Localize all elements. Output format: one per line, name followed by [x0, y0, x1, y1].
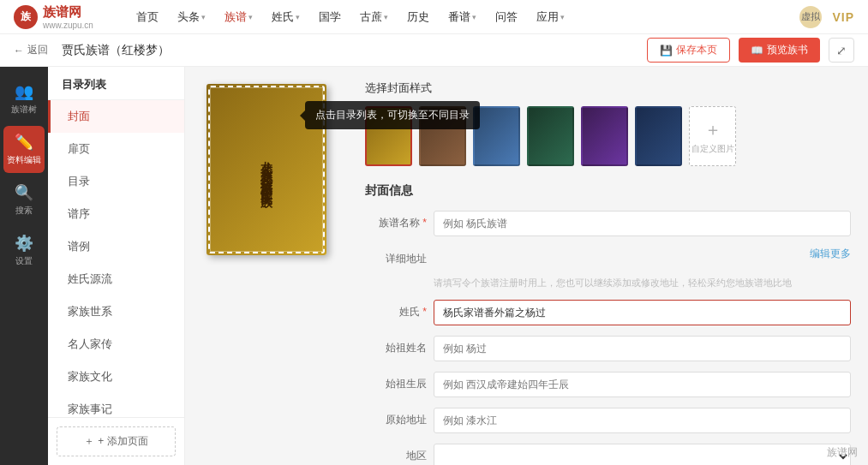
directory-items: 封面 扉页 目录 谱序 谱例 姓氏源流 家族世系 名人家传 家族文化 家族事记 … [48, 100, 184, 417]
label-origin-addr: 原始地址 [365, 408, 427, 427]
input-ancestor-birth[interactable] [434, 372, 851, 397]
cover-style-6[interactable] [635, 106, 682, 166]
page-title: 贾氏族谱（红楼梦） [62, 43, 633, 58]
input-ancestor-name[interactable] [434, 336, 851, 361]
sidebar-label-search: 搜索 [15, 205, 33, 217]
nav-genealogy[interactable]: 族谱▾ [216, 6, 261, 28]
nav-album[interactable]: 番谱▾ [440, 6, 485, 28]
sidebar-item-search[interactable]: 🔍 搜索 [3, 176, 45, 224]
dir-item-rules[interactable]: 谱例 [48, 230, 184, 263]
sidebar-label-tree: 族谱树 [11, 104, 37, 116]
nav-classics[interactable]: 国学 [310, 6, 350, 28]
logo-icon: 族 [14, 5, 38, 29]
sidebar-item-settings[interactable]: ⚙️ 设置 [3, 227, 45, 274]
main-layout: 👥 族谱树 ✏️ 资料编辑 🔍 搜索 ⚙️ 设置 目录列表 封面 扉页 目录 谱… [0, 67, 868, 465]
plus-icon: ＋ [84, 434, 94, 449]
back-arrow-icon: ← [14, 45, 24, 57]
form-section-title: 封面信息 [365, 183, 851, 199]
form-row-origin-addr: 原始地址 [365, 408, 851, 433]
expand-button[interactable]: ⤢ [829, 38, 854, 63]
form-row-name: 族谱名称 * [365, 211, 851, 236]
plus-icon: ＋ [704, 118, 721, 141]
label-region: 地区 [365, 444, 427, 463]
sidebar-item-tree[interactable]: 👥 族谱树 [3, 75, 45, 122]
input-surname[interactable] [434, 300, 851, 325]
edit-icon: ✏️ [15, 133, 33, 152]
avatar[interactable]: 虚拟 [799, 6, 822, 28]
form-row-ancestor-name: 始祖姓名 [365, 336, 851, 361]
edit-more-link[interactable]: 编辑更多 [434, 247, 851, 261]
preview-icon: 📖 [751, 45, 763, 57]
back-button[interactable]: ← 返回 [14, 43, 48, 57]
nav-right: 虚拟 VIP [799, 6, 854, 28]
label-addr: 详细地址 [365, 247, 427, 266]
cover-style-add[interactable]: ＋ 自定义图片 [689, 106, 736, 166]
dir-item-family-tree[interactable]: 家族世系 [48, 295, 184, 328]
input-origin-addr[interactable] [434, 408, 851, 433]
nav-home[interactable]: 首页 [128, 6, 167, 28]
dir-item-celebrity[interactable]: 名人家传 [48, 328, 184, 361]
dir-item-preface[interactable]: 谱序 [48, 198, 184, 230]
cover-style-5[interactable] [581, 106, 628, 166]
icon-sidebar: 👥 族谱树 ✏️ 资料编辑 🔍 搜索 ⚙️ 设置 [0, 67, 48, 465]
content-area: 龙公历志龙公历族谱杨氏族氏族 点击目录列表，可切换至不同目录 选择封面样式 [185, 67, 868, 465]
preview-button[interactable]: 📖 预览族书 [739, 38, 820, 63]
tooltip: 点击目录列表，可切换至不同目录 [305, 101, 480, 129]
dir-item-title-page[interactable]: 扉页 [48, 133, 184, 165]
toolbar-right: 💾 保存本页 📖 预览族书 ⤢ [647, 38, 854, 63]
form-row-region: 地区 [365, 444, 851, 465]
logo-text: 族谱网 [43, 4, 93, 21]
vip-badge[interactable]: VIP [832, 10, 854, 24]
logo-sub: www.zupu.cn [43, 21, 93, 30]
label-ancestor-name: 始祖姓名 [365, 336, 427, 355]
dir-item-events[interactable]: 家族事记 [48, 393, 184, 417]
logo-area[interactable]: 族 族谱网 www.zupu.cn [14, 4, 93, 30]
label-ancestor-birth: 始祖生辰 [365, 372, 427, 391]
dir-item-culture[interactable]: 家族文化 [48, 361, 184, 393]
form-row-addr: 详细地址 编辑更多 请填写令个族谱注册时用上，您也可以继续添加或修改地址，轻松采… [365, 247, 851, 289]
directory-panel: 目录列表 封面 扉页 目录 谱序 谱例 姓氏源流 家族世系 名人家传 家族文化 … [48, 67, 185, 465]
directory-header: 目录列表 [48, 67, 184, 100]
form-row-surname: 姓氏 * [365, 300, 851, 325]
sidebar-label-settings: 设置 [15, 255, 33, 267]
book-preview: 龙公历志龙公历族谱杨氏族氏族 点击目录列表，可切换至不同目录 [185, 67, 348, 465]
cover-style-title: 选择封面样式 [365, 80, 851, 96]
search-icon: 🔍 [15, 183, 33, 202]
save-button[interactable]: 💾 保存本页 [647, 38, 730, 63]
dir-item-surname-origin[interactable]: 姓氏源流 [48, 263, 184, 295]
label-name: 族谱名称 * [365, 211, 427, 230]
nav-history[interactable]: 历史 [398, 6, 438, 28]
tree-icon: 👥 [15, 82, 33, 101]
user-name: 虚拟 [801, 10, 820, 23]
sidebar-item-edit[interactable]: ✏️ 资料编辑 [3, 126, 45, 173]
nav-surname[interactable]: 姓氏▾ [263, 6, 308, 28]
form-row-ancestor-birth: 始祖生辰 [365, 372, 851, 397]
nav-headline[interactable]: 头条▾ [169, 6, 214, 28]
dir-item-cover[interactable]: 封面 [48, 100, 184, 133]
add-page-button[interactable]: ＋ + 添加页面 [57, 426, 176, 456]
dir-item-toc[interactable]: 目录 [48, 165, 184, 198]
book-title-vertical: 龙公历志龙公历族谱杨氏族氏族 [258, 152, 275, 188]
select-region[interactable] [434, 444, 851, 465]
nav-ancient[interactable]: 古蔗▾ [351, 6, 397, 28]
cover-style-3[interactable] [473, 106, 520, 166]
save-icon: 💾 [660, 45, 673, 57]
sidebar-label-edit: 资料编辑 [7, 154, 41, 166]
directory-footer: ＋ + 添加页面 [48, 417, 184, 465]
addr-hint: 请填写令个族谱注册时用上，您也可以继续添加或修改地址，轻松采约您地族谱地比地 [434, 271, 851, 289]
nav-qa[interactable]: 问答 [487, 6, 526, 28]
input-name[interactable] [434, 211, 851, 236]
top-nav: 族 族谱网 www.zupu.cn 首页 头条▾ 族谱▾ 姓氏▾ 国学 古蔗▾ … [0, 0, 868, 34]
nav-apps[interactable]: 应用▾ [528, 6, 573, 28]
nav-items: 首页 头条▾ 族谱▾ 姓氏▾ 国学 古蔗▾ 历史 番谱▾ 问答 应用▾ [128, 6, 783, 28]
cover-style-4[interactable] [527, 106, 574, 166]
settings-icon: ⚙️ [15, 234, 33, 253]
sub-toolbar: ← 返回 贾氏族谱（红楼梦） 💾 保存本页 📖 预览族书 ⤢ [0, 34, 868, 67]
label-surname: 姓氏 * [365, 300, 427, 319]
